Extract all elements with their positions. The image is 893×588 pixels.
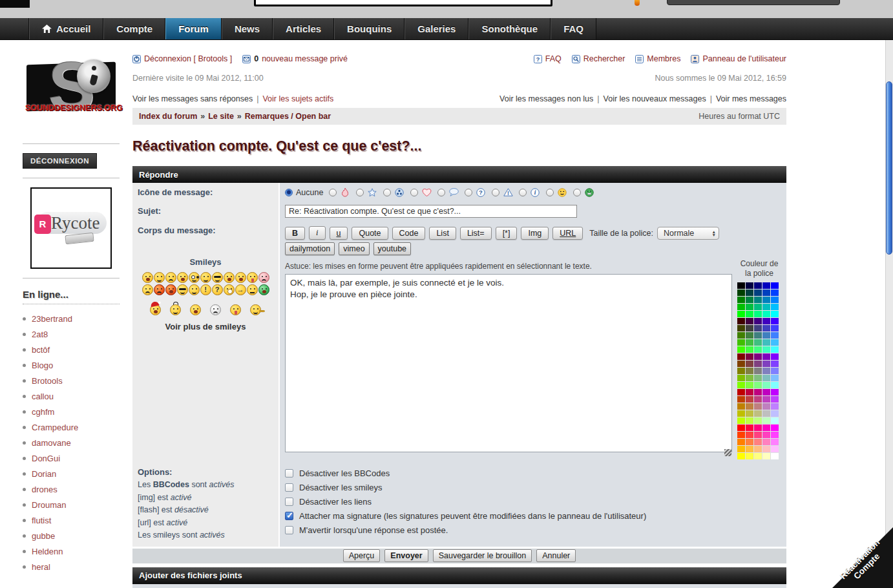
palette-color-cell[interactable]	[762, 417, 770, 424]
bbcode-button-i[interactable]: i	[309, 226, 325, 240]
palette-color-cell[interactable]	[762, 297, 770, 303]
bbcode-button-vimeo[interactable]: vimeo	[339, 242, 369, 255]
smiley-surprised[interactable]	[177, 272, 188, 283]
smiley-confused[interactable]	[200, 272, 211, 283]
palette-color-cell[interactable]	[737, 318, 745, 324]
bbcode-button-dailymotion[interactable]: dailymotion	[285, 242, 335, 255]
palette-color-cell[interactable]	[754, 318, 762, 324]
message-icon-radio-heart[interactable]	[410, 189, 418, 196]
palette-color-cell[interactable]	[762, 353, 770, 360]
palette-color-cell[interactable]	[737, 382, 745, 388]
palette-color-cell[interactable]	[754, 382, 762, 388]
palette-color-cell[interactable]	[754, 410, 762, 417]
smiley-eek[interactable]	[189, 272, 200, 283]
palette-color-cell[interactable]	[746, 332, 753, 339]
palette-color-cell[interactable]	[762, 339, 770, 346]
palette-color-cell[interactable]	[762, 318, 770, 324]
palette-color-cell[interactable]	[754, 304, 762, 310]
palette-color-cell[interactable]	[754, 375, 762, 381]
smiley-sad[interactable]	[165, 272, 176, 283]
smiley-smile[interactable]	[154, 272, 165, 283]
annuler-button[interactable]: Annuler	[536, 549, 576, 562]
palette-color-cell[interactable]	[737, 403, 745, 410]
palette-color-cell[interactable]	[771, 361, 779, 367]
palette-color-cell[interactable]	[746, 453, 753, 459]
checkbox-d-sactiver-les-liens[interactable]	[285, 498, 293, 506]
message-icon-radio-question[interactable]	[465, 189, 472, 196]
palette-color-cell[interactable]	[746, 325, 753, 331]
palette-color-cell[interactable]	[746, 339, 753, 346]
palette-color-cell[interactable]	[754, 425, 762, 431]
palette-color-cell[interactable]	[771, 425, 779, 431]
palette-color-cell[interactable]	[762, 375, 770, 381]
palette-color-cell[interactable]	[771, 396, 779, 403]
palette-color-cell[interactable]	[737, 417, 745, 424]
breadcrumb-item[interactable]: Le site	[208, 112, 234, 121]
envoyer-button[interactable]: Envoyer	[384, 549, 428, 562]
palette-color-cell[interactable]	[746, 417, 753, 424]
smiley-cry[interactable]	[142, 284, 153, 295]
palette-color-cell[interactable]	[737, 325, 745, 331]
online-user[interactable]: 23bertrand	[23, 311, 120, 326]
online-user[interactable]: drones	[23, 481, 120, 497]
palette-color-cell[interactable]	[762, 432, 770, 438]
palette-color-cell[interactable]	[754, 297, 762, 303]
online-user[interactable]: heral	[23, 559, 120, 574]
palette-color-cell[interactable]	[746, 389, 753, 395]
smiley-idea[interactable]	[224, 284, 235, 295]
palette-color-cell[interactable]	[737, 353, 745, 360]
palette-color-cell[interactable]	[746, 353, 753, 360]
palette-color-cell[interactable]	[746, 368, 753, 374]
smiley-lol-tears[interactable]	[190, 304, 201, 315]
message-icon-radio-star[interactable]	[356, 189, 364, 196]
palette-color-cell[interactable]	[746, 432, 753, 438]
palette-color-cell[interactable]	[737, 339, 745, 346]
palette-color-cell[interactable]	[762, 396, 770, 403]
palette-color-cell[interactable]	[754, 432, 762, 438]
message-textarea[interactable]	[285, 274, 732, 452]
logout-link[interactable]: Déconnexion [ Brotools ]	[132, 54, 232, 63]
bbcode-button-youtube[interactable]: youtube	[373, 242, 411, 255]
smiley-arrow[interactable]: →	[235, 284, 246, 295]
palette-color-cell[interactable]	[762, 289, 770, 296]
palette-color-cell[interactable]	[737, 282, 745, 289]
palette-color-cell[interactable]	[746, 311, 753, 317]
palette-color-cell[interactable]	[746, 396, 753, 403]
message-icon-radio-alert[interactable]	[492, 189, 499, 196]
palette-color-cell[interactable]	[737, 289, 745, 296]
palette-color-cell[interactable]	[737, 375, 745, 381]
palette-color-cell[interactable]	[754, 403, 762, 410]
nav-tab-galeries[interactable]: Galeries	[404, 18, 468, 39]
palette-color-cell[interactable]	[737, 446, 745, 452]
online-user[interactable]: Dorian	[23, 466, 120, 481]
palette-color-cell[interactable]	[762, 439, 770, 445]
palette-color-cell[interactable]	[771, 353, 779, 360]
palette-color-cell[interactable]	[771, 297, 779, 303]
palette-color-cell[interactable]	[754, 439, 762, 445]
palette-color-cell[interactable]	[771, 432, 779, 438]
palette-color-cell[interactable]	[746, 282, 753, 289]
textarea-resize-grip[interactable]	[724, 449, 731, 456]
palette-color-cell[interactable]	[737, 297, 745, 303]
palette-color-cell[interactable]	[771, 446, 779, 452]
ad-banner[interactable]: R Rycote	[30, 187, 112, 269]
message-icon-radio-flame[interactable]	[329, 189, 337, 196]
smiley-question[interactable]: ?	[212, 284, 223, 295]
palette-color-cell[interactable]	[754, 289, 762, 296]
smiley-razz[interactable]	[247, 272, 258, 283]
bbcode-button-code[interactable]: Code	[392, 227, 426, 240]
sauvegarder-le-brouillon-button[interactable]: Sauvegarder le brouillon	[433, 549, 532, 562]
palette-color-cell[interactable]	[762, 403, 770, 410]
palette-color-cell[interactable]	[771, 282, 779, 289]
palette-color-cell[interactable]	[771, 318, 779, 324]
checkbox-d-sactiver-les-bbcodes[interactable]	[285, 469, 293, 478]
nav-tab-articles[interactable]: Articles	[273, 18, 334, 39]
message-icon-radio-mrgreen[interactable]	[573, 189, 581, 196]
bbcode-button-list[interactable]: List=	[460, 227, 492, 240]
palette-color-cell[interactable]	[762, 282, 770, 289]
online-user[interactable]: cghfm	[23, 404, 120, 419]
view-link[interactable]: Voir mes messages	[716, 94, 786, 103]
bbcode-button-url[interactable]: URL	[552, 227, 583, 240]
online-user[interactable]: DonGui	[23, 450, 120, 466]
palette-color-cell[interactable]	[754, 325, 762, 331]
